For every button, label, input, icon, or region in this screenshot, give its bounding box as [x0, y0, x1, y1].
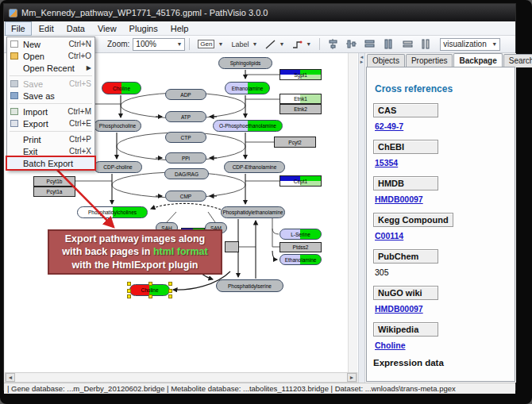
menubar-item-view[interactable]: View: [92, 22, 122, 35]
pathway-node-etnk2[interactable]: Etnk2: [279, 104, 322, 114]
menu-item-open-recent[interactable]: Open Recent▶: [7, 62, 94, 74]
zoom-combobox[interactable]: 100%▼: [133, 38, 185, 51]
pathway-node-atp[interactable]: ATP: [165, 111, 206, 122]
pathway-node-phosphatidylserine[interactable]: Phosphatidylserine: [216, 279, 283, 292]
xref-value: 305: [375, 267, 508, 277]
menu-shortcut: Ctrl+S: [69, 79, 91, 88]
export-icon: [9, 119, 20, 128]
title-bar[interactable]: Mm_Kennedy_pathway_WP1771_45176.gpml - P…: [4, 4, 515, 21]
node-label: Etnk1: [294, 96, 307, 102]
pathway-node-ptdss2[interactable]: Ptdss2: [279, 242, 322, 252]
align-middle-button[interactable]: [343, 37, 360, 51]
connector-icon: [292, 40, 303, 49]
pathway-node-phosphatidylcholines[interactable]: Phosphatidylcholines: [77, 206, 148, 218]
backpage-panel: Cross references CAS62-49-7ChEBI15354HMD…: [366, 67, 515, 382]
pathway-node-pcyt2[interactable]: Pcyt2: [274, 137, 316, 148]
node-label: Phosphocholine: [99, 123, 136, 129]
xref-link[interactable]: HMDB00097: [375, 194, 508, 204]
pathway-node-dag-rag[interactable]: DAG/RAG: [164, 168, 209, 179]
menu-item-open[interactable]: OpenCtrl+O: [7, 50, 94, 62]
menu-item-label: New: [23, 40, 68, 49]
common-height-button[interactable]: [380, 37, 398, 51]
pathway-node-choline[interactable]: Choline: [129, 284, 170, 296]
collapse-right-icon[interactable]: ►: [360, 60, 364, 64]
menubar-item-plugins[interactable]: Plugins: [124, 22, 164, 35]
menu-item-label: Batch Export: [23, 159, 91, 168]
xref-source-name: PubChem: [373, 249, 438, 264]
xref-source-name: NuGO wiki: [373, 286, 438, 300]
xref-link[interactable]: 15354: [375, 158, 508, 167]
menu-item-label: Open Recent: [23, 63, 87, 73]
node-label: DAG/RAG: [175, 171, 199, 177]
pathway-node-l-serine[interactable]: L-Serine: [279, 229, 322, 240]
pathway-node-sgpl1[interactable]: Sgpl1: [279, 69, 322, 80]
menu-item-batch-export[interactable]: Batch Export: [7, 157, 94, 169]
menubar-item-edit[interactable]: Edit: [33, 22, 60, 35]
new-connector-button[interactable]: ▼: [289, 37, 314, 51]
new-datanode-button[interactable]: Gen ▼: [195, 37, 226, 51]
pathway-node-ctp[interactable]: CTP: [165, 132, 206, 143]
menu-item-print[interactable]: PrintCtrl+P: [7, 133, 94, 145]
pathway-node-cdp-ethanolamine[interactable]: CDP-Ethanolamine: [224, 161, 285, 173]
menu-item-save-as[interactable]: Save as: [7, 90, 94, 102]
node-label: Choline: [113, 86, 130, 91]
new-line-button[interactable]: ▼: [262, 37, 287, 51]
cross-references-heading: Cross references: [375, 83, 508, 94]
pathway-node-ethanolamine[interactable]: Ethanolamine: [279, 254, 322, 265]
menu-icon-spacer: [9, 63, 20, 72]
pathway-node-o-phosphoethanolamine[interactable]: O-Phosphoethanolamine: [213, 120, 283, 132]
menu-item-exit[interactable]: ExitCtrl+X: [7, 145, 94, 157]
scroll-right-icon[interactable]: ►: [347, 373, 357, 382]
tutorial-annotation: Export pathway images along with back pa…: [48, 229, 222, 275]
xref-link[interactable]: 62-49-7: [375, 121, 508, 131]
node-label: Sgpl1: [294, 72, 307, 78]
menubar-item-file[interactable]: File: [5, 21, 32, 36]
menubar-item-data[interactable]: Data: [61, 22, 91, 35]
menu-item-save[interactable]: SaveCtrl+S: [7, 78, 94, 90]
scroll-left-icon[interactable]: ◄: [6, 373, 15, 382]
tab-properties[interactable]: Properties: [406, 54, 453, 67]
pathway-node-ppi[interactable]: PPi: [165, 152, 206, 164]
pathway-node-cmp[interactable]: CMP: [165, 190, 206, 202]
canvas-vertical-scrollbar[interactable]: [348, 53, 357, 372]
pathway-node-phosphocholine[interactable]: Phosphocholine: [94, 120, 141, 132]
pathway-node-adp[interactable]: ADP: [165, 89, 206, 100]
panel-splitter[interactable]: ◄►: [358, 53, 365, 383]
canvas-horizontal-scrollbar[interactable]: ◄ ►: [5, 372, 357, 383]
menu-icon-spacer: [9, 135, 20, 144]
pathway-node-phosphatidylethanolamine[interactable]: Phosphatidylethanolamine: [221, 206, 285, 218]
align-center-icon: [328, 39, 338, 49]
stack-vertical-button[interactable]: [418, 37, 434, 51]
xref-link[interactable]: Choline: [375, 341, 508, 350]
pathway-node-ethanolamine[interactable]: Ethanolamine: [225, 82, 270, 94]
xref-link[interactable]: C00114: [375, 231, 508, 240]
menu-item-export[interactable]: ExportCtrl+E: [7, 117, 94, 129]
tab-objects[interactable]: Objects: [367, 54, 405, 67]
pathway-node-pcyt1a[interactable]: Pcyt1a: [33, 187, 75, 197]
pathway-node-cdp-choline[interactable]: CDP-choline: [94, 161, 142, 173]
xref-link[interactable]: HMDB00097: [375, 304, 508, 314]
new-label-button[interactable]: Label ▼: [228, 37, 260, 51]
pathway-node[interactable]: [225, 241, 239, 252]
menu-item-new[interactable]: NewCtrl+N: [7, 38, 94, 50]
pathway-node-etnk1[interactable]: Etnk1: [279, 94, 322, 104]
menu-shortcut: Ctrl+N: [68, 40, 91, 48]
menu-item-label: Save: [23, 79, 69, 89]
status-text: | Gene database: ...m_Derby_20120602.bri…: [7, 384, 456, 393]
pathway-node-sphingolipids[interactable]: Sphingolipids: [218, 57, 272, 69]
align-center-button[interactable]: [325, 37, 341, 51]
node-label: Ptdss2: [293, 244, 309, 250]
status-bar: | Gene database: ...m_Derby_20120602.bri…: [4, 383, 515, 394]
pathway-node-choline[interactable]: Choline: [102, 82, 141, 94]
visualization-combobox[interactable]: visualization▼: [440, 38, 500, 51]
pathway-node-pcyt1b[interactable]: Pcyt1b: [33, 176, 75, 187]
menu-item-import[interactable]: ImportCtrl+M: [7, 106, 94, 117]
tab-search[interactable]: Search: [503, 54, 532, 67]
pathway-node-cept1[interactable]: Cept1: [279, 175, 322, 187]
common-width-icon: [364, 39, 376, 49]
stack-horizontal-button[interactable]: [399, 37, 416, 51]
side-panel: ObjectsPropertiesBackpageSearchLegend Cr…: [365, 53, 516, 383]
menubar-item-help[interactable]: Help: [165, 22, 195, 35]
common-width-button[interactable]: [361, 37, 379, 51]
tab-backpage[interactable]: Backpage: [453, 53, 502, 67]
